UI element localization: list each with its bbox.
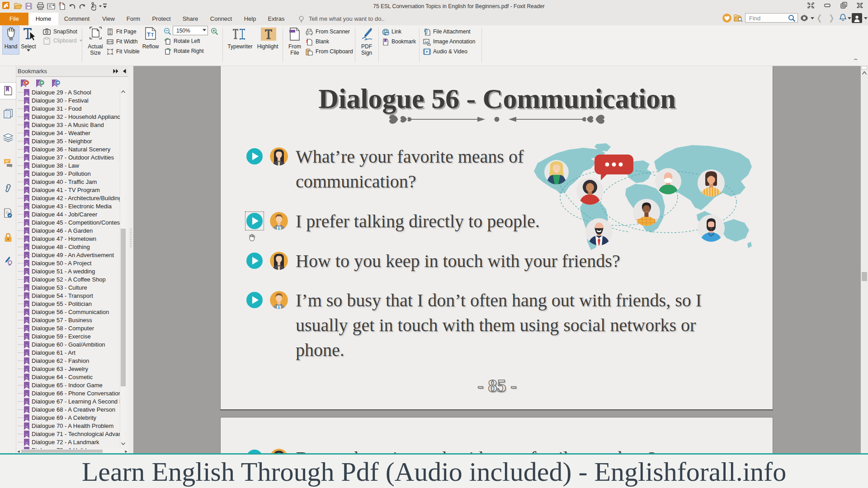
svg-text:T: T <box>147 31 151 38</box>
svg-text:T: T <box>151 33 154 38</box>
